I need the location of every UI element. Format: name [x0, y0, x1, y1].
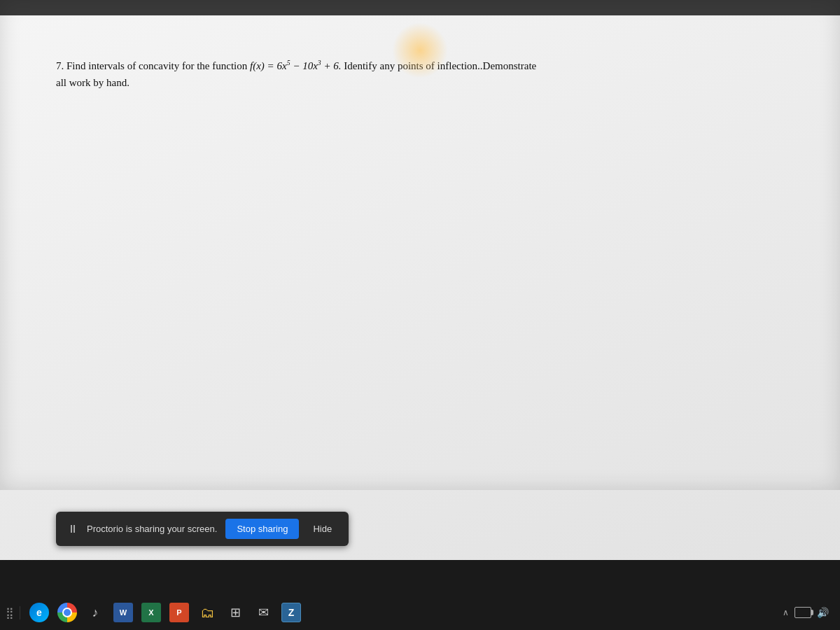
- screen-content: 7. Find intervals of concavity for the f…: [0, 15, 840, 560]
- problem-text: 7. Find intervals of concavity for the f…: [56, 57, 686, 91]
- music-icon: ♪: [92, 606, 99, 620]
- zotero-icon: Z: [281, 603, 301, 622]
- problem-instruction-part2: Identify any points of inflection..Demon…: [344, 60, 536, 71]
- taskbar-apps: e ♪ W X P 🗂 ⊞ ✉ Z: [26, 599, 304, 626]
- sharing-message: Proctorio is sharing your screen.: [87, 524, 217, 534]
- edge-icon: e: [29, 603, 49, 622]
- problem-instruction-part1: Find intervals of concavity for the func…: [66, 60, 250, 71]
- taskbar-app-excel[interactable]: X: [138, 599, 164, 626]
- taskbar-app-folder[interactable]: 🗂: [194, 599, 220, 626]
- pause-icon: ⏸: [67, 523, 78, 536]
- tray-chevron-icon[interactable]: ∧: [783, 608, 789, 618]
- taskbar-app-word[interactable]: W: [110, 599, 136, 626]
- excel-icon: X: [141, 603, 161, 622]
- problem-line2: all work by hand.: [56, 74, 686, 91]
- folder-icon: 🗂: [200, 605, 214, 621]
- mail-icon: ✉: [258, 605, 269, 620]
- volume-icon[interactable]: 🔊: [817, 607, 829, 619]
- taskbar-left-edge: ⣿: [6, 606, 20, 620]
- taskbar-tray: ∧ 🔊: [783, 607, 834, 619]
- taskbar-app-mail[interactable]: ✉: [250, 599, 276, 626]
- grid-icon: ⊞: [230, 605, 241, 620]
- sharing-bar: ⏸ Proctorio is sharing your screen. Stop…: [56, 512, 349, 546]
- problem-number: 7.: [56, 60, 64, 71]
- battery-icon: [794, 607, 811, 618]
- problem-equation: f(x) = 6x5 − 10x3 + 6.: [250, 60, 342, 71]
- screen-top-bar: [0, 0, 840, 15]
- taskbar: ⣿ e ♪ W X P 🗂 ⊞ ✉ Z: [0, 595, 840, 630]
- taskbar-app-chrome[interactable]: [54, 599, 80, 626]
- taskbar-app-powerpoint[interactable]: P: [166, 599, 192, 626]
- hide-button[interactable]: Hide: [307, 519, 337, 539]
- chrome-icon: [57, 603, 77, 622]
- stop-sharing-button[interactable]: Stop sharing: [225, 519, 299, 539]
- powerpoint-icon: P: [169, 603, 189, 622]
- taskbar-app-grid[interactable]: ⊞: [222, 599, 248, 626]
- taskbar-app-edge[interactable]: e: [26, 599, 52, 626]
- word-icon: W: [113, 603, 133, 622]
- screen-area: 7. Find intervals of concavity for the f…: [0, 0, 840, 560]
- taskbar-app-zotero[interactable]: Z: [278, 599, 304, 626]
- taskbar-app-music[interactable]: ♪: [82, 599, 108, 626]
